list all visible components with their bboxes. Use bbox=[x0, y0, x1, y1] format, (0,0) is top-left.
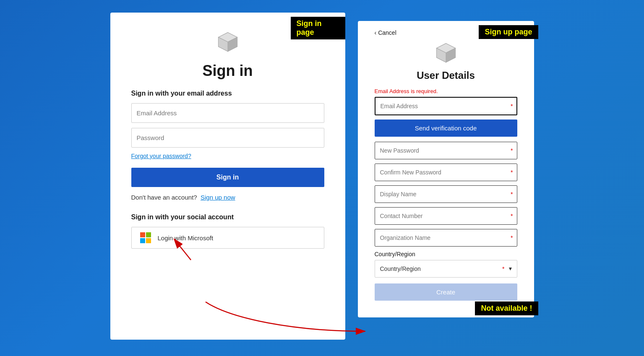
forgot-password-link[interactable]: Forgot your password? bbox=[131, 153, 191, 159]
email-error-text: Email Address is required. bbox=[375, 88, 438, 94]
contact-required-star: * bbox=[511, 213, 513, 219]
create-button[interactable]: Create bbox=[375, 283, 517, 301]
new-password-wrapper: * bbox=[375, 142, 517, 159]
new-password-required-star: * bbox=[511, 147, 513, 154]
display-name-wrapper: * bbox=[375, 185, 517, 203]
cube-icon bbox=[215, 29, 240, 55]
org-required-star: * bbox=[511, 234, 513, 241]
display-name-input[interactable] bbox=[375, 185, 517, 203]
social-signin-title: Sign in with your social account bbox=[131, 213, 234, 221]
chevron-left-icon: ‹ bbox=[375, 29, 377, 36]
email-input[interactable] bbox=[131, 103, 324, 123]
new-password-input[interactable] bbox=[375, 142, 517, 159]
email-field-wrapper: * bbox=[375, 97, 517, 115]
country-label: Country/Region bbox=[375, 251, 415, 257]
display-name-required-star: * bbox=[511, 191, 513, 197]
email-required-star: * bbox=[511, 103, 513, 109]
signin-button[interactable]: Sign in bbox=[131, 168, 324, 187]
signin-title: Sign in bbox=[131, 62, 324, 80]
org-name-input[interactable] bbox=[375, 229, 517, 247]
org-name-wrapper: * bbox=[375, 229, 517, 247]
confirm-password-required-star: * bbox=[511, 169, 513, 176]
signup-now-link[interactable]: Sign up now bbox=[201, 194, 235, 201]
not-available-annotation: Not available ! bbox=[475, 301, 538, 315]
microsoft-logo-icon bbox=[140, 232, 151, 243]
contact-number-input[interactable] bbox=[375, 207, 517, 225]
confirm-password-input[interactable] bbox=[375, 164, 517, 181]
signup-card: ‹ Cancel User Details Email Address is r… bbox=[358, 21, 534, 317]
cancel-link[interactable]: ‹ Cancel bbox=[375, 29, 396, 36]
country-select[interactable]: Country/Region bbox=[375, 260, 517, 278]
signup-title: User Details bbox=[417, 70, 475, 81]
signup-prompt: Don't have an account? Sign up now bbox=[131, 194, 235, 201]
signup-email-input[interactable] bbox=[375, 97, 517, 115]
signin-card: Sign in Sign in with your email address … bbox=[110, 13, 345, 340]
signin-annotation: Sign in page bbox=[291, 17, 345, 39]
signup-cube-icon bbox=[433, 40, 459, 65]
microsoft-login-button[interactable]: Login with Microsoft bbox=[131, 227, 324, 249]
confirm-password-wrapper: * bbox=[375, 164, 517, 181]
signup-annotation: Sign up page bbox=[479, 25, 538, 39]
send-verification-btn[interactable]: Send verification code bbox=[375, 120, 517, 137]
password-input[interactable] bbox=[131, 128, 324, 148]
country-select-wrapper: Country/Region ▼ * bbox=[375, 260, 517, 278]
country-required-star: * bbox=[502, 265, 504, 272]
signin-subtitle: Sign in with your email address bbox=[131, 90, 232, 97]
contact-number-wrapper: * bbox=[375, 207, 517, 225]
